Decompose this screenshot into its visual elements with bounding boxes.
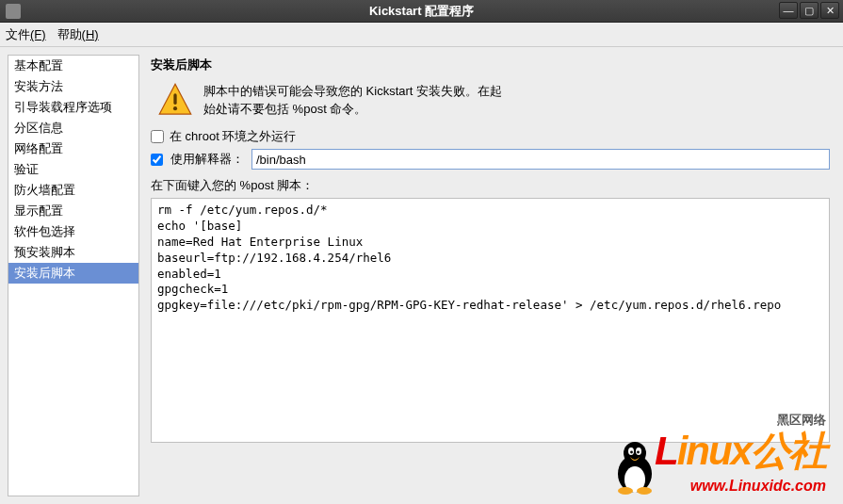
window-controls: — ▢ ✕ (779, 2, 839, 19)
sidebar-item-auth[interactable]: 验证 (8, 159, 138, 180)
menu-help-accelerator: (H) (82, 27, 99, 41)
body: 基本配置 安装方法 引导装载程序选项 分区信息 网络配置 验证 防火墙配置 显示… (0, 47, 843, 504)
titlebar: Kickstart 配置程序 — ▢ ✕ (0, 0, 843, 23)
sidebar-item-firewall[interactable]: 防火墙配置 (8, 180, 138, 201)
warning-text: 脚本中的错误可能会导致您的 Kickstart 安装失败。在起 始处请不要包括 … (203, 82, 502, 119)
minimize-button[interactable]: — (779, 2, 798, 19)
page-heading: 安装后脚本 (151, 57, 830, 73)
sidebar-item-post-script[interactable]: 安装后脚本 (8, 263, 138, 284)
warning-line2: 始处请不要包括 %post 命令。 (203, 100, 502, 119)
main-content: 安装后脚本 脚本中的错误可能会导致您的 Kickstart 安装失败。在起 始处… (145, 47, 843, 504)
sidebar-item-pre-script[interactable]: 预安装脚本 (8, 242, 138, 263)
sidebar-item-display[interactable]: 显示配置 (8, 201, 138, 221)
menu-help-label: 帮助 (57, 27, 82, 41)
chroot-row: 在 chroot 环境之外运行 (151, 128, 830, 145)
interpreter-label[interactable]: 使用解释器： (170, 151, 244, 168)
sidebar-item-install-method[interactable]: 安装方法 (8, 76, 138, 97)
script-label: 在下面键入您的 %post 脚本： (151, 177, 830, 194)
menu-file-label: 文件 (6, 27, 30, 41)
warning-line1: 脚本中的错误可能会导致您的 Kickstart 安装失败。在起 (203, 82, 502, 101)
sidebar: 基本配置 安装方法 引导装载程序选项 分区信息 网络配置 验证 防火墙配置 显示… (8, 55, 139, 496)
chroot-checkbox[interactable] (151, 130, 164, 143)
warning-icon (156, 81, 194, 119)
interpreter-input[interactable] (251, 149, 830, 170)
menu-file[interactable]: 文件(F) (6, 26, 46, 43)
close-button[interactable]: ✕ (820, 2, 839, 19)
sidebar-item-basic[interactable]: 基本配置 (8, 56, 138, 76)
warning-row: 脚本中的错误可能会导致您的 Kickstart 安装失败。在起 始处请不要包括 … (151, 81, 830, 119)
app-icon (6, 4, 21, 19)
interpreter-checkbox[interactable] (151, 154, 163, 166)
post-script-textarea[interactable] (151, 198, 830, 443)
maximize-button[interactable]: ▢ (800, 2, 819, 19)
svg-point-1 (173, 106, 177, 110)
sidebar-item-partition[interactable]: 分区信息 (8, 118, 138, 138)
menu-help[interactable]: 帮助(H) (57, 26, 99, 43)
menu-file-accelerator: (F) (30, 27, 46, 41)
interpreter-row: 使用解释器： (151, 149, 830, 170)
chroot-label[interactable]: 在 chroot 环境之外运行 (170, 128, 296, 145)
sidebar-item-packages[interactable]: 软件包选择 (8, 221, 138, 242)
menubar: 文件(F) 帮助(H) (0, 23, 843, 47)
svg-rect-0 (173, 93, 176, 105)
sidebar-item-network[interactable]: 网络配置 (8, 138, 138, 159)
sidebar-item-bootloader[interactable]: 引导装载程序选项 (8, 97, 138, 118)
window-title: Kickstart 配置程序 (369, 3, 474, 20)
